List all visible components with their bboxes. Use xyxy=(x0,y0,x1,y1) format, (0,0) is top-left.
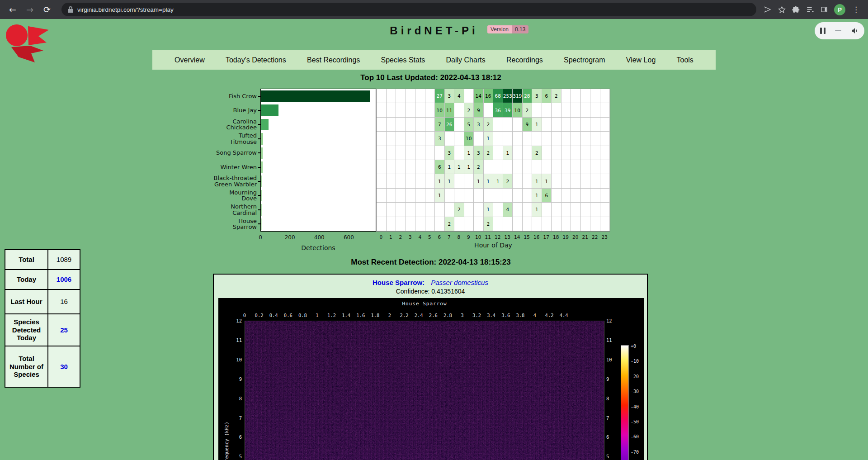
nav-item-today-s-detections[interactable]: Today's Detections xyxy=(226,56,286,64)
hour-tick-0: 0 xyxy=(376,234,386,240)
nav-item-daily-charts[interactable]: Daily Charts xyxy=(446,56,486,64)
detection-common-name[interactable]: House Sparrow: xyxy=(373,279,425,286)
species-row-blue-jay: Blue Jay xyxy=(200,103,260,117)
heatmap-cell xyxy=(425,217,435,231)
birdnet-pi-page: BirdNET-Pi Version 0.13 OverviewToday's … xyxy=(0,19,868,460)
heatmap-cell xyxy=(396,146,406,160)
heatmap-cell: 3 xyxy=(474,118,484,132)
back-icon[interactable]: ← xyxy=(5,3,20,16)
hour-tick-22: 22 xyxy=(590,234,600,240)
reload-icon[interactable]: ⟳ xyxy=(40,3,54,16)
spec-time-tick: 2.6 xyxy=(429,313,438,318)
nav-item-species-stats[interactable]: Species Stats xyxy=(381,56,425,64)
heatmap-cell xyxy=(590,217,600,231)
heatmap-cell xyxy=(503,217,513,231)
heatmap-cell: 1 xyxy=(454,160,464,174)
heatmap-cell xyxy=(406,160,416,174)
browser-actions: P ⋮ xyxy=(764,4,863,15)
extensions-icon[interactable] xyxy=(792,5,800,14)
detection-title: House Sparrow: Passer domesticus xyxy=(214,279,647,286)
hour-tick-11: 11 xyxy=(483,234,493,240)
nav-item-best-recordings[interactable]: Best Recordings xyxy=(307,56,360,64)
hour-tick-13: 13 xyxy=(503,234,513,240)
heatmap-cell xyxy=(454,132,464,146)
heatmap-cell: 3 xyxy=(445,146,455,160)
spec-freq-tick-left: 6 xyxy=(231,434,242,440)
detection-scientific-name[interactable]: Passer domesticus xyxy=(431,279,488,286)
audio-player[interactable] xyxy=(815,22,864,39)
profile-avatar[interactable]: P xyxy=(834,4,845,15)
heatmap-cell xyxy=(377,89,387,103)
heatmap-cell: 1 xyxy=(484,203,494,217)
nav-item-view-log[interactable]: View Log xyxy=(626,56,656,64)
nav-item-overview[interactable]: Overview xyxy=(175,56,205,64)
heatmap-cell xyxy=(493,160,503,174)
species-row-song-sparrow: Song Sparrow xyxy=(200,146,260,160)
species-row-fish-crow: Fish Crow xyxy=(200,89,260,103)
stat-value-species-detected-today[interactable]: 25 xyxy=(48,314,80,346)
detections-axis-ticks: 0200400600 xyxy=(260,234,376,241)
spectrogram-image xyxy=(245,321,604,460)
heatmap-cell xyxy=(406,217,416,231)
heatmap-cell: 3 xyxy=(474,146,484,160)
spec-freq-tick-right: 11 xyxy=(606,337,618,343)
heatmap-cell xyxy=(513,203,523,217)
side-panel-icon[interactable] xyxy=(820,5,828,14)
nav-item-spectrogram[interactable]: Spectrogram xyxy=(564,56,605,64)
bookmark-star-icon[interactable] xyxy=(778,5,786,14)
heatmap-cell xyxy=(552,174,561,188)
detection-card: House Sparrow: Passer domesticus Confide… xyxy=(213,274,648,460)
stat-label-species-detected-today: Species Detected Today xyxy=(5,314,48,346)
heatmap-cell xyxy=(503,118,513,132)
heatmap-cell xyxy=(415,174,425,188)
browser-menu-icon[interactable]: ⋮ xyxy=(851,6,861,14)
send-icon[interactable] xyxy=(764,5,772,14)
heatmap-cell: 1 xyxy=(503,146,513,160)
heatmap-cell xyxy=(406,132,416,146)
version-value: 0.13 xyxy=(512,25,528,33)
species-row-winter-wren: Winter Wren xyxy=(200,160,260,174)
species-label-mourning-dove: Mourning Dove xyxy=(212,190,257,202)
colorbar-tick: -70 xyxy=(631,450,639,455)
heatmap-cell: 3 xyxy=(532,89,542,103)
heatmap-cell xyxy=(377,174,387,188)
heatmap-cell xyxy=(396,132,406,146)
heatmap-cell xyxy=(415,132,425,146)
nav-item-tools[interactable]: Tools xyxy=(677,56,693,64)
heatmap-cell xyxy=(396,160,406,174)
stat-value-today[interactable]: 1006 xyxy=(48,270,80,289)
nav-item-recordings[interactable]: Recordings xyxy=(506,56,543,64)
heatmap-cell xyxy=(406,118,416,132)
heatmap-cell xyxy=(542,217,552,231)
stat-value-total-number-of-species[interactable]: 30 xyxy=(48,346,80,387)
hour-tick-4: 4 xyxy=(415,234,425,240)
version-badge: Version 0.13 xyxy=(487,25,528,33)
spec-freq-tick-left: 12 xyxy=(231,318,242,323)
heatmap-cell xyxy=(415,160,425,174)
species-row-northern-cardinal: Northern Cardinal xyxy=(200,203,260,217)
version-label: Version xyxy=(487,25,512,33)
heatmap-cell xyxy=(513,189,523,203)
bar-black-throated-green-warbler xyxy=(261,175,262,187)
spec-time-tick: 4 xyxy=(533,313,536,318)
detection-confidence: Confidence: 0.41351604 xyxy=(214,288,647,295)
volume-icon[interactable] xyxy=(851,27,859,35)
heatmap-cell xyxy=(415,217,425,231)
spec-time-tick: 0.4 xyxy=(269,313,278,318)
spec-freq-tick-right: 7 xyxy=(606,415,618,421)
heatmap-cell: 1 xyxy=(493,174,503,188)
heatmap-cell xyxy=(503,189,513,203)
seek-bar[interactable] xyxy=(835,30,841,31)
species-label-fish-crow: Fish Crow xyxy=(229,93,257,100)
heatmap-cell xyxy=(454,118,464,132)
hour-tick-5: 5 xyxy=(425,234,435,240)
reading-list-icon[interactable] xyxy=(806,5,814,14)
pause-icon[interactable] xyxy=(820,28,826,34)
forward-icon[interactable]: → xyxy=(23,3,37,16)
heatmap-cell xyxy=(600,203,610,217)
heatmap-cell xyxy=(493,217,503,231)
spec-freq-tick-right: 8 xyxy=(606,396,618,401)
url-bar[interactable]: virginia.birdnetpi.com/?stream=play xyxy=(61,3,756,16)
titlebar: BirdNET-Pi xyxy=(0,24,868,37)
stat-label-last-hour: Last Hour xyxy=(5,289,48,314)
